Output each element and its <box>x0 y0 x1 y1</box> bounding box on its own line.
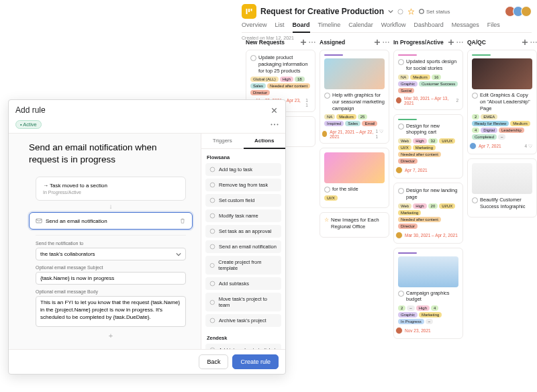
more-icon[interactable] <box>530 39 537 46</box>
action-icon <box>209 197 215 203</box>
tab-dashboard[interactable]: Dashboard <box>414 21 444 30</box>
complete-icon[interactable] <box>398 59 404 65</box>
add-action-button[interactable]: + <box>29 332 193 340</box>
more-icon[interactable] <box>309 39 315 46</box>
trash-icon[interactable] <box>179 217 186 224</box>
plus-icon[interactable] <box>522 39 528 46</box>
action-icon <box>209 213 215 219</box>
action-icon <box>209 281 215 287</box>
tab-messages[interactable]: Messages <box>452 21 479 30</box>
more-icon[interactable] <box>456 39 463 46</box>
svg-point-15 <box>533 42 534 43</box>
action-card[interactable]: Send an email notification <box>29 212 193 230</box>
kanban-board: New RequestsUpdate product packaging inf… <box>242 39 537 392</box>
column-header: New Requests <box>246 39 315 46</box>
task-card[interactable]: Campaign graphics budget2–High4GraphicMa… <box>393 248 463 340</box>
set-status-link[interactable]: Set status <box>419 9 450 15</box>
subject-input[interactable]: {task.Name} is now in progress <box>36 272 186 285</box>
tab-triggers[interactable]: Triggers <box>201 134 244 148</box>
complete-icon[interactable] <box>398 124 404 130</box>
body-label: Optional email message Body <box>36 289 186 294</box>
svg-point-3 <box>398 9 403 13</box>
create-rule-button[interactable]: Create rule <box>232 354 279 369</box>
modal-title: Add rule <box>15 105 46 115</box>
tab-timeline[interactable]: Timeline <box>318 21 341 30</box>
body-textarea[interactable]: This is an FYI to let you know that the … <box>36 296 186 327</box>
project-header: Request for Creative Production Set stat… <box>0 0 537 33</box>
column-header: In Progress/Active <box>393 39 463 46</box>
svg-point-22 <box>210 183 215 187</box>
tab-list[interactable]: List <box>275 21 285 30</box>
action-option[interactable]: Create project from template <box>205 256 281 275</box>
complete-icon[interactable] <box>398 188 404 194</box>
task-card[interactable]: ☆New Images for Each Regional Office <box>320 212 389 238</box>
task-card[interactable]: Design for new shopping cartWebHigh32UI/… <box>393 114 463 179</box>
project-title[interactable]: Request for Creative Production <box>260 7 384 16</box>
svg-point-13 <box>462 42 463 43</box>
complete-icon[interactable] <box>324 187 330 193</box>
rule-heading: Send an email notification when request … <box>29 142 170 166</box>
complete-icon[interactable] <box>472 197 478 203</box>
more-icon[interactable] <box>383 39 389 46</box>
action-option[interactable]: Set custom field <box>205 194 281 207</box>
complete-icon[interactable] <box>398 291 404 297</box>
svg-point-7 <box>314 42 315 43</box>
column-header: Assigned <box>320 39 389 46</box>
plus-icon[interactable] <box>374 39 381 46</box>
svg-rect-2 <box>251 9 252 11</box>
task-card[interactable]: Edit Graphics & Copy on "About Leadershi… <box>467 50 537 154</box>
action-option[interactable]: Add tag to task <box>205 163 281 176</box>
back-button[interactable]: Back <box>199 354 228 369</box>
action-option[interactable]: Modify task name <box>205 209 281 222</box>
column-header: QA/QC <box>467 39 537 46</box>
tab-actions[interactable]: Actions <box>244 134 286 149</box>
trigger-card[interactable]: → Task moved to a section In Progress/Ac… <box>36 177 186 201</box>
svg-rect-1 <box>248 9 250 12</box>
task-card[interactable]: Help with graphics for our seasonal mark… <box>320 50 389 144</box>
svg-point-30 <box>210 318 215 323</box>
svg-point-6 <box>311 42 313 43</box>
action-option[interactable]: Set task as an approval <box>205 225 281 238</box>
tab-files[interactable]: Files <box>487 21 500 30</box>
svg-point-18 <box>274 124 275 126</box>
chevron-down-icon[interactable] <box>388 9 393 14</box>
action-option[interactable]: Archive task's project <box>205 314 281 327</box>
info-icon[interactable] <box>397 9 403 15</box>
action-icon <box>209 317 215 324</box>
action-option[interactable]: Remove tag from task <box>205 179 281 191</box>
action-option[interactable]: Add subtasks <box>205 277 281 290</box>
svg-point-16 <box>536 42 537 43</box>
tab-overview[interactable]: Overview <box>242 21 267 30</box>
svg-point-8 <box>383 42 384 43</box>
svg-rect-20 <box>36 219 42 224</box>
task-card[interactable]: Design for new landing pageWebHigh20UI/U… <box>393 183 463 244</box>
rule-status-pill[interactable]: • Active <box>15 120 42 129</box>
complete-icon[interactable] <box>250 55 256 61</box>
plus-icon[interactable] <box>300 39 307 46</box>
tab-calendar[interactable]: Calendar <box>348 21 373 30</box>
task-card[interactable]: Updated sports design for social stories… <box>393 50 463 110</box>
close-icon[interactable] <box>270 106 279 115</box>
svg-point-14 <box>530 42 532 43</box>
svg-point-27 <box>210 263 214 267</box>
task-card[interactable]: for the slideUI/X <box>320 148 389 208</box>
subject-label: Optional email message Subject <box>36 265 186 270</box>
action-option[interactable]: Move task's project to team <box>205 293 281 311</box>
more-icon[interactable] <box>271 124 279 126</box>
complete-icon[interactable] <box>324 93 330 99</box>
tab-workflow[interactable]: Workflow <box>381 21 406 30</box>
action-option[interactable]: Add internal note to ticket <box>205 344 281 349</box>
member-avatars[interactable] <box>507 6 532 17</box>
task-card[interactable]: Beautify Customer Success Infographic <box>467 158 537 217</box>
action-option[interactable]: Send an email notification <box>205 240 281 253</box>
tab-board[interactable]: Board <box>293 21 310 33</box>
project-icon <box>242 4 256 19</box>
plus-icon[interactable] <box>448 39 454 46</box>
svg-point-11 <box>456 42 458 43</box>
action-icon <box>209 262 215 268</box>
action-form: Send the notification to the task's coll… <box>36 235 186 327</box>
complete-icon[interactable] <box>472 93 478 99</box>
star-icon[interactable] <box>407 8 415 15</box>
to-label: Send the notification to <box>36 241 186 246</box>
to-select[interactable]: the task's collaborators <box>36 248 186 260</box>
